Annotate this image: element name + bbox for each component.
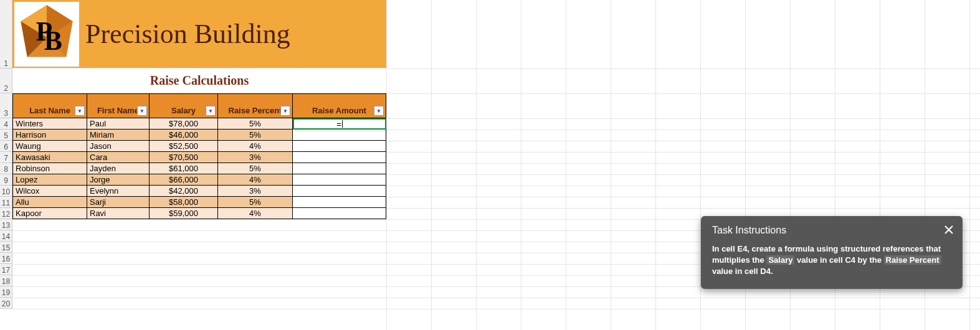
cell[interactable] [293,197,386,208]
filter-button[interactable]: ▼ [206,106,216,116]
cell[interactable]: Lopez [12,174,87,186]
cell[interactable] [293,208,386,219]
cell[interactable]: $59,000 [150,208,218,219]
filter-button[interactable]: ▼ [374,106,384,116]
row-header[interactable]: 4 [0,118,12,130]
row-header[interactable]: 3 [0,93,12,118]
cell[interactable]: Winters [12,118,87,130]
row-header[interactable]: 19 [0,286,12,298]
cell[interactable]: Cara [87,152,150,163]
cell[interactable]: 4% [218,141,293,152]
table-row: RobinsonJayden$61,0005% [12,163,386,174]
row-header[interactable]: 1 [0,0,12,68]
cell[interactable]: 3% [218,186,293,197]
row-header[interactable]: 18 [0,275,12,286]
cell[interactable] [293,174,386,186]
row-header[interactable]: 9 [0,174,12,186]
spreadsheet: 1 2 3 4 5 6 7 8 9 10 11 12 13 14 15 16 1… [0,0,980,330]
cell-editor[interactable]: = [293,118,386,130]
cell[interactable]: Ravi [87,208,150,219]
cell[interactable]: Kapoor [12,208,87,219]
cell[interactable]: Jayden [87,163,150,174]
col-header-raise-percent[interactable]: Raise Percent ▼ [218,93,293,118]
row-header[interactable]: 7 [0,152,12,163]
row-header[interactable]: 5 [0,130,12,141]
col-header-firstname[interactable]: First Name ▼ [87,93,150,118]
table-row: LopezJorge$66,0004% [12,174,386,186]
table-row: KapoorRavi$59,0004% [12,208,386,219]
cell[interactable] [293,130,386,141]
cell[interactable]: $42,000 [150,186,218,197]
cell[interactable]: Kawasaki [12,152,87,163]
col-header-lastname[interactable]: Last Name ▼ [12,93,87,118]
cell[interactable] [293,141,386,152]
cell[interactable]: $61,000 [150,163,218,174]
task-instructions-popup: Task Instructions In cell E4, create a f… [701,216,963,289]
cell[interactable]: $70,500 [150,152,218,163]
cell[interactable]: Evelynn [87,186,150,197]
col-label: Raise Amount [312,106,366,115]
tip-title: Task Instructions [712,225,951,236]
cell[interactable]: Wilcox [12,186,87,197]
table-header-row: Last Name ▼ First Name ▼ Salary ▼ Raise … [12,93,386,118]
cell[interactable]: Sarji [87,197,150,208]
cell[interactable]: 5% [218,197,293,208]
cell[interactable]: Waung [12,141,87,152]
col-label: First Name [97,106,139,115]
table-row: WilcoxEvelynn$42,0003% [12,186,386,197]
row-header[interactable]: 6 [0,141,12,152]
cell[interactable]: $66,000 [150,174,218,186]
cell[interactable]: Allu [12,197,87,208]
table-row: HarrisonMiriam$46,0005% [12,130,386,141]
cell[interactable]: Miriam [87,130,150,141]
page-title: Precision Building [85,18,290,50]
col-label: Last Name [29,106,70,115]
cell[interactable]: 5% [218,163,293,174]
cell[interactable] [293,152,386,163]
filter-button[interactable]: ▼ [137,106,147,116]
row-header[interactable]: 14 [0,230,12,242]
row-header[interactable]: 16 [0,253,12,264]
table-row: KawasakiCara$70,5003% [12,152,386,163]
cell[interactable]: Robinson [12,163,87,174]
filter-button[interactable]: ▼ [280,106,290,116]
cell[interactable] [293,163,386,174]
row-header[interactable]: 10 [0,186,12,197]
cell[interactable]: 4% [218,208,293,219]
close-icon[interactable] [941,222,956,237]
col-header-salary[interactable]: Salary ▼ [150,93,218,118]
cell[interactable]: 5% [218,130,293,141]
cell-editor-value: = [336,120,341,129]
cell[interactable]: Jorge [87,174,150,186]
cell[interactable]: 4% [218,174,293,186]
cell[interactable]: $46,000 [150,130,218,141]
cell[interactable]: Harrison [12,130,87,141]
row-header[interactable]: 2 [0,68,12,93]
cell[interactable]: Jason [87,141,150,152]
cell[interactable]: 3% [218,152,293,163]
cell[interactable]: 5% [218,118,293,130]
header-banner: P B Precision Building [12,0,386,68]
col-label: Salary [171,106,196,115]
svg-text:B: B [44,25,62,55]
table-row: AlluSarji$58,0005% [12,197,386,208]
row-header[interactable]: 13 [0,219,12,230]
cell[interactable]: $52,500 [150,141,218,152]
row-header[interactable]: 17 [0,264,12,275]
row-header[interactable]: 8 [0,163,12,174]
row-header[interactable]: 20 [0,298,12,309]
cell[interactable] [293,186,386,197]
logo-icon: P B [14,2,79,67]
cell[interactable]: Paul [87,118,150,130]
subtitle: Raise Calculations [12,68,386,93]
row-header[interactable]: 12 [0,208,12,219]
row-header[interactable]: 15 [0,242,12,253]
cell[interactable]: $78,000 [150,118,218,130]
row-header[interactable]: 11 [0,197,12,208]
col-header-raise-amount[interactable]: Raise Amount ▼ [293,93,386,118]
col-label: Raise Percent [229,106,282,115]
cell[interactable]: $58,000 [150,197,218,208]
table-row: WaungJason$52,5004% [12,141,386,152]
tip-body: In cell E4, create a formula using struc… [712,243,951,278]
filter-button[interactable]: ▼ [75,106,85,116]
